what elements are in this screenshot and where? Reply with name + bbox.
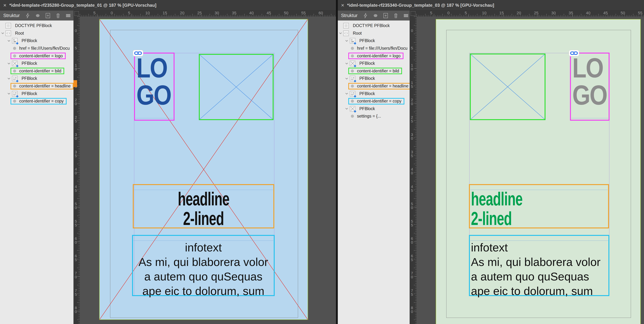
xframe-frame-icon — [350, 60, 356, 66]
attribute-dot-icon[interactable] — [372, 12, 378, 19]
image-placeholder-frame[interactable] — [470, 54, 546, 120]
content-identifier-highlight: content-identifier = copy — [348, 98, 404, 104]
ruler-number: 5 — [465, 11, 467, 16]
chevron-down-icon[interactable] — [345, 39, 348, 42]
tree-row-attr[interactable]: content-identifier = copy — [338, 98, 410, 105]
ruler-number: 25 — [410, 116, 414, 123]
ruler-number: 5 — [74, 46, 77, 50]
text-frame-icon: T — [12, 91, 18, 96]
tab-title: *idml-template-rf235280-Group_template_0… — [10, 3, 156, 8]
copy-frame[interactable]: infotextAs mi, qui blaborera volora aute… — [469, 235, 609, 296]
ruler-origin[interactable] — [410, 10, 416, 16]
pasteboard[interactable]: LOGO headline2-lined infotextAs mi, qui … — [416, 16, 644, 324]
tree-row-pfblock[interactable]: PFBlock — [0, 37, 74, 45]
svg-text:T: T — [351, 92, 352, 94]
tree-row-attr[interactable]: content-identifier = copy — [0, 98, 74, 105]
image-frame-icon — [12, 38, 18, 44]
ruler-number: 45 — [410, 185, 414, 192]
ruler-origin[interactable] — [74, 10, 80, 16]
ruler-number: 30 — [410, 132, 414, 140]
validate-flash-icon[interactable] — [362, 12, 368, 19]
ruler-number: 60 — [410, 236, 414, 244]
trash-icon[interactable] — [55, 12, 61, 19]
tree-row-attr[interactable]: settings = {... — [338, 112, 410, 120]
add-element-icon[interactable] — [45, 12, 51, 19]
tree-row-attr[interactable]: content-identifier = logo — [338, 52, 410, 60]
tree-row-pfblock[interactable]: PFBlock — [338, 60, 410, 67]
tab-bar[interactable]: × *idml-template-rf235340-Group_template… — [338, 0, 644, 10]
tree-row-doctype[interactable]: DOCTYPE PFBlock — [338, 22, 410, 30]
tree-row-pfblock[interactable]: TPFBlock — [0, 90, 74, 98]
ruler-number: 45 — [74, 185, 77, 192]
panel-menu-icon[interactable] — [65, 12, 71, 19]
ruler-number: 60 — [74, 236, 77, 244]
headline-frame[interactable]: headline2-lined — [469, 184, 609, 228]
tree-row-pfblock[interactable]: PFBlock — [0, 60, 74, 67]
trash-icon[interactable] — [393, 12, 399, 19]
tree-row-attr[interactable]: href = file:///Users/fkn/Docu — [0, 45, 74, 52]
ruler-number: 55 — [410, 219, 414, 227]
panel-menu-icon[interactable] — [403, 12, 409, 19]
tree-row-root[interactable]: Root — [338, 30, 410, 37]
horizontal-ruler[interactable]: 050510152025303540455055 — [416, 10, 644, 16]
doctype-icon — [6, 23, 11, 28]
chevron-down-icon[interactable] — [7, 92, 10, 95]
tree-row-attr[interactable]: content-identifier = headline — [338, 82, 410, 90]
chevron-down-icon[interactable] — [345, 92, 348, 95]
ruler-number: 20 — [180, 11, 184, 16]
copy-frame[interactable]: infotextAs mi, qui blaborera volora aute… — [132, 235, 275, 296]
chevron-down-icon[interactable] — [339, 32, 342, 35]
tree-row-pfblock[interactable]: TPFBlock — [338, 90, 410, 98]
tree-row-attr[interactable]: content-identifier = bild — [0, 67, 74, 75]
tree-row-root[interactable]: Root — [0, 30, 74, 37]
tree-row-attr[interactable]: href = file:///Users/fkn/Docu — [338, 45, 410, 52]
copy-text: infotextAs mi, qui blaborera volora aute… — [134, 240, 273, 298]
chevron-down-icon[interactable] — [7, 62, 10, 65]
page[interactable]: LOGO headline2-lined infotextAs mi, qui … — [436, 19, 641, 324]
pasteboard[interactable]: LOGO headline2-lined infotextAs mi, qui … — [80, 16, 336, 324]
ruler-number: 85 — [410, 323, 414, 324]
headline-text: headline2-lined — [135, 189, 272, 228]
attribute-dot-icon — [351, 70, 354, 72]
section-marker[interactable] — [74, 80, 77, 87]
vertical-ruler[interactable]: 0510152025303540455055606570758085 — [74, 16, 80, 324]
image-placeholder-frame[interactable] — [199, 54, 274, 120]
tab-bar[interactable]: × *idml-template-rf235280-Group_template… — [0, 0, 336, 10]
tree-row-pfblock[interactable]: PFBlock — [338, 105, 410, 113]
tree-row-doctype[interactable]: DOCTYPE PFBlock — [0, 22, 74, 30]
tree-row-attr[interactable]: content-identifier = headline — [0, 82, 74, 90]
chevron-down-icon[interactable] — [345, 107, 348, 110]
chevron-down-icon[interactable] — [1, 32, 4, 35]
content-identifier-highlight: content-identifier = logo — [10, 52, 66, 59]
content-identifier-highlight: content-identifier = bild — [348, 68, 402, 74]
tree-row-pfblock[interactable]: PFBlock — [338, 37, 410, 45]
ruler-number: 80 — [410, 306, 414, 314]
chevron-down-icon[interactable] — [7, 39, 10, 42]
ruler-number: 75 — [74, 288, 77, 296]
tree-row-attr[interactable]: content-identifier = logo — [0, 52, 74, 60]
ruler-number: 25 — [534, 11, 538, 16]
close-icon[interactable]: × — [3, 2, 6, 8]
chevron-down-icon[interactable] — [345, 62, 348, 65]
close-icon[interactable]: × — [341, 2, 344, 8]
logo-frame[interactable]: LOGO — [570, 52, 610, 121]
content-identifier-highlight: content-identifier = logo — [348, 52, 404, 59]
tree-row-attr[interactable]: content-identifier = bild — [338, 67, 410, 75]
vertical-ruler[interactable]: 0510152025303540455055606570758085 — [410, 16, 416, 324]
headline-frame[interactable]: headline2-lined — [133, 184, 274, 228]
chevron-down-icon[interactable] — [7, 77, 10, 80]
add-element-icon[interactable] — [382, 12, 389, 19]
linked-content-icon[interactable] — [133, 50, 143, 56]
tree-row-pfblock[interactable]: TPFBlock — [338, 75, 410, 82]
chevron-down-icon[interactable] — [345, 77, 348, 80]
copy-text: infotextAs mi, qui blaborera volora aute… — [471, 240, 607, 298]
page[interactable]: LOGO headline2-lined infotextAs mi, qui … — [99, 19, 308, 320]
panel-title: Struktur — [3, 13, 20, 18]
tree-row-pfblock[interactable]: TPFBlock — [0, 75, 74, 82]
linked-content-icon[interactable] — [569, 50, 579, 56]
horizontal-ruler[interactable]: 05051015202530354045505560 — [80, 10, 336, 16]
validate-flash-icon[interactable] — [24, 12, 31, 19]
attribute-dot-icon[interactable] — [35, 12, 41, 19]
logo-frame[interactable]: LOGO — [134, 52, 174, 121]
ruler-number: 25 — [74, 116, 77, 123]
